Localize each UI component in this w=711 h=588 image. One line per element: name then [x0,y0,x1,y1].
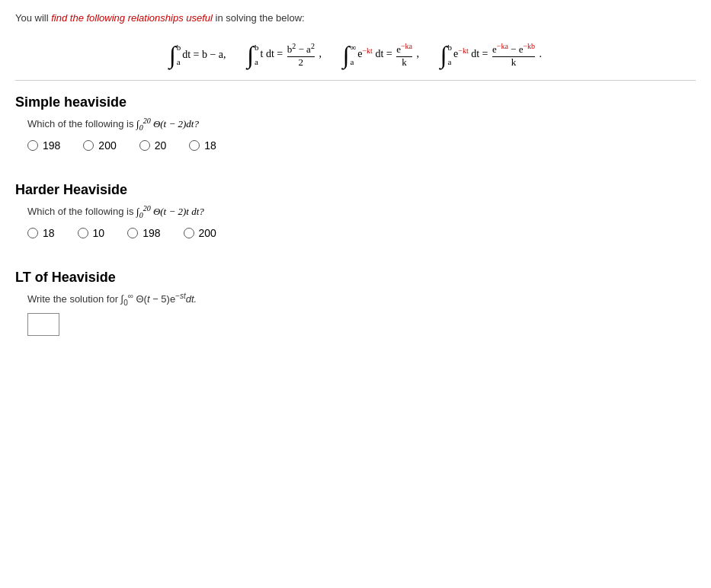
option-simple-18[interactable]: 18 [189,139,216,152]
formula-1: ∫ b a dt = b − a, [169,43,226,67]
formula-box: ∫ b a dt = b − a, ∫ b a t dt = b2 − a2 2… [15,34,696,81]
option-simple-20[interactable]: 20 [139,139,167,152]
option-label-simple-200: 200 [98,139,116,152]
radio-harder-10[interactable] [78,228,88,238]
option-label-simple-20: 20 [155,139,167,152]
question-text-lt: Write the solution for ∫0∞ Θ(t − 5)e−std… [27,292,696,307]
lt-answer-input[interactable] [27,313,59,336]
section-harder-heaviside: Harder Heaviside Which of the following … [15,182,696,239]
options-row-simple: 198 200 20 18 [27,139,696,152]
radio-simple-200[interactable] [83,140,94,151]
integrand-3: e−kt dt = e−ka k , [357,42,419,68]
formula-2: ∫ b a t dt = b2 − a2 2 , [247,42,322,68]
option-simple-200[interactable]: 200 [83,139,116,152]
frac-2: b2 − a2 2 [287,42,315,68]
frac-3: e−ka k [396,42,412,68]
section-title-harder: Harder Heaviside [15,182,696,198]
limits-1: b a [177,43,181,67]
option-harder-200[interactable]: 200 [184,227,216,239]
option-harder-18[interactable]: 18 [27,227,55,239]
intro-text: You will find the following relationship… [15,12,696,24]
section-title-simple: Simple heaviside [15,94,696,110]
limits-3: ∞ a [350,43,356,67]
limits-4: b a [448,43,453,67]
integral-sign-2: ∫ [247,43,254,67]
option-label-harder-18: 18 [43,227,55,239]
intro-find: find the following relationships useful [51,12,213,24]
radio-simple-18[interactable] [189,140,200,151]
section-lt-heaviside: LT of Heaviside Write the solution for ∫… [15,270,696,336]
option-harder-10[interactable]: 10 [78,227,105,239]
frac-4: e−ka − e−kb k [492,42,535,68]
question-text-harder: Which of the following is ∫020 Θ(t − 2)t… [27,204,696,219]
section-title-lt: LT of Heaviside [15,270,696,286]
radio-simple-20[interactable] [139,140,150,151]
formula-4: ∫ b a e−kt dt = e−ka − e−kb k . [440,42,542,68]
formula-3: ∫ ∞ a e−kt dt = e−ka k , [343,42,419,68]
option-simple-198[interactable]: 198 [27,139,60,152]
radio-harder-18[interactable] [27,228,38,238]
radio-harder-200[interactable] [184,228,194,238]
integral-sign-1: ∫ [169,43,176,67]
integrand-4: e−kt dt = e−ka − e−kb k . [453,42,542,68]
integral-sign-3: ∫ [343,43,350,67]
limits-2: b a [255,43,259,67]
option-label-harder-10: 10 [93,227,105,239]
option-label-simple-18: 18 [204,139,216,152]
integrand-1: dt = b − a, [182,49,226,61]
question-math-harder: ∫020 Θ(t − 2)t dt? [136,206,204,217]
question-math-lt: ∫0∞ Θ(t − 5)e−stdt. [121,293,197,305]
question-math-simple: ∫020 Θ(t − 2)dt? [136,118,199,129]
integrand-2: t dt = b2 − a2 2 , [261,42,322,68]
options-row-harder: 18 10 198 200 [27,227,696,239]
section-simple-heaviside: Simple heaviside Which of the following … [15,94,696,152]
integral-sign-4: ∫ [440,43,447,67]
question-text-simple: Which of the following is ∫020 Θ(t − 2)d… [27,117,696,132]
radio-harder-198[interactable] [127,228,138,238]
option-label-simple-198: 198 [43,139,60,152]
option-label-harder-198: 198 [143,227,160,239]
option-harder-198[interactable]: 198 [127,227,160,239]
radio-simple-198[interactable] [27,140,38,151]
option-label-harder-200: 200 [199,227,216,239]
